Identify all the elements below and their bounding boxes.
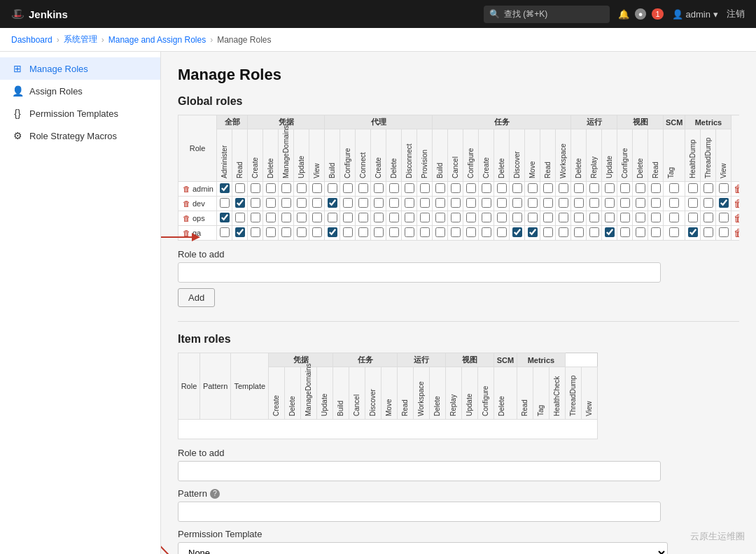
cb-dev-agent-build[interactable] (328, 198, 337, 208)
cb-ops-scm-tag[interactable] (669, 213, 679, 222)
cb-ops-view-read[interactable] (651, 213, 661, 222)
cb-dev-view-read[interactable] (651, 198, 661, 208)
delete-qa-btn[interactable]: 🗑 (734, 227, 739, 239)
cb-ops-agent-delete[interactable] (389, 213, 399, 222)
cb-qa-cred-update[interactable] (297, 227, 307, 237)
cb-admin-agent-connect[interactable] (358, 183, 368, 193)
cb-ops-job-build[interactable] (435, 213, 445, 222)
cb-dev-agent-connect[interactable] (358, 198, 368, 208)
cb-admin-administer[interactable] (220, 183, 230, 193)
cb-dev-cred-manage[interactable] (281, 198, 291, 208)
cb-ops-agent-create[interactable] (374, 213, 384, 222)
cb-ops-cred-create[interactable] (251, 213, 260, 222)
cb-qa-metrics-view[interactable] (719, 227, 729, 237)
cb-dev-run-update[interactable] (605, 198, 615, 208)
cb-dev-metrics-view[interactable] (719, 198, 729, 208)
cb-admin-metrics-thread[interactable] (704, 183, 713, 193)
cb-admin-job-delete[interactable] (497, 183, 507, 193)
cb-qa-run-update[interactable] (605, 227, 615, 237)
cb-qa-cred-manage[interactable] (281, 227, 291, 237)
cb-admin-cred-manage[interactable] (281, 183, 291, 193)
cb-dev-scm-tag[interactable] (669, 198, 679, 208)
bell-icon[interactable]: 🔔 (618, 9, 629, 20)
cb-ops-cred-update[interactable] (297, 213, 307, 222)
cb-ops-cred-manage[interactable] (281, 213, 291, 222)
sidebar-item-assign-roles[interactable]: 👤 Assign Roles (0, 80, 160, 102)
logout-button[interactable]: 注销 (727, 8, 745, 20)
cb-dev-agent-provision[interactable] (420, 198, 430, 208)
cb-dev-agent-configure[interactable] (343, 198, 353, 208)
cb-ops-agent-provision[interactable] (420, 213, 430, 222)
cb-admin-cred-update[interactable] (297, 183, 307, 193)
sidebar-item-permission-templates[interactable]: {} Permission Templates (0, 102, 160, 125)
breadcrumb-manage-assign[interactable]: Manage and Assign Roles (108, 35, 206, 45)
cb-dev-cred-delete[interactable] (266, 198, 276, 208)
cb-admin-agent-create[interactable] (374, 183, 384, 193)
cb-qa-agent-disconnect[interactable] (405, 227, 414, 237)
cb-ops-view-configure[interactable] (620, 213, 630, 222)
breadcrumb-dashboard[interactable]: Dashboard (11, 35, 52, 45)
cb-admin-metrics-health[interactable] (688, 183, 698, 193)
cb-admin-agent-provision[interactable] (420, 183, 430, 193)
cb-qa-agent-connect[interactable] (358, 227, 368, 237)
cb-dev-job-read[interactable] (543, 198, 553, 208)
cb-admin-metrics-view[interactable] (719, 183, 729, 193)
cb-admin-job-build[interactable] (435, 183, 445, 193)
permission-template-select[interactable]: None (178, 542, 668, 554)
cb-qa-agent-create[interactable] (374, 227, 384, 237)
cb-admin-job-read[interactable] (543, 183, 553, 193)
cb-dev-cred-view[interactable] (312, 198, 322, 208)
cb-ops-view-delete[interactable] (636, 213, 645, 222)
cb-ops-job-workspace[interactable] (559, 213, 568, 222)
cb-dev-view-configure[interactable] (620, 198, 630, 208)
cb-dev-job-cancel[interactable] (451, 198, 461, 208)
cb-dev-job-workspace[interactable] (559, 198, 568, 208)
cb-dev-read[interactable] (235, 198, 245, 208)
cb-admin-cred-create[interactable] (251, 183, 260, 193)
add-global-role-button[interactable]: Add (178, 288, 215, 307)
cb-qa-view-configure[interactable] (620, 227, 630, 237)
cb-dev-agent-create[interactable] (374, 198, 384, 208)
delete-ops-btn[interactable]: 🗑 (734, 213, 739, 224)
cb-qa-job-create[interactable] (482, 227, 491, 237)
cb-dev-view-delete[interactable] (636, 198, 645, 208)
cb-dev-administer[interactable] (220, 198, 230, 208)
cb-qa-administer[interactable] (220, 227, 230, 237)
cb-dev-cred-create[interactable] (251, 198, 260, 208)
cb-ops-administer[interactable] (220, 213, 230, 222)
cb-ops-metrics-view[interactable] (719, 213, 729, 222)
cb-qa-agent-configure[interactable] (343, 227, 353, 237)
cb-qa-job-workspace[interactable] (559, 227, 568, 237)
cb-admin-cred-delete[interactable] (266, 183, 276, 193)
cb-ops-job-discover[interactable] (512, 213, 522, 222)
cb-ops-run-delete[interactable] (574, 213, 584, 222)
cb-dev-agent-delete[interactable] (389, 198, 399, 208)
cb-dev-run-delete[interactable] (574, 198, 584, 208)
cb-dev-agent-disconnect[interactable] (405, 198, 414, 208)
cb-ops-job-cancel[interactable] (451, 213, 461, 222)
search-bar[interactable]: 🔍 查找 (⌘+K) (484, 6, 610, 23)
cb-admin-scm-tag[interactable] (669, 183, 679, 193)
cb-ops-agent-disconnect[interactable] (405, 213, 414, 222)
cb-qa-run-replay[interactable] (589, 227, 599, 237)
item-role-to-add-input[interactable] (178, 461, 661, 481)
cb-ops-job-delete[interactable] (497, 213, 507, 222)
delete-dev-btn[interactable]: 🗑 (734, 198, 739, 209)
cb-ops-metrics-health[interactable] (688, 213, 698, 222)
cb-qa-job-build[interactable] (435, 227, 445, 237)
cb-qa-run-delete[interactable] (574, 227, 584, 237)
cb-admin-run-replay[interactable] (589, 183, 599, 193)
cb-dev-job-create[interactable] (482, 198, 491, 208)
cb-admin-agent-disconnect[interactable] (405, 183, 414, 193)
cb-ops-agent-configure[interactable] (343, 213, 353, 222)
cb-ops-cred-view[interactable] (312, 213, 322, 222)
cb-admin-job-move[interactable] (528, 183, 538, 193)
cb-qa-job-delete[interactable] (497, 227, 507, 237)
cb-qa-job-move[interactable] (528, 227, 538, 237)
cb-admin-run-update[interactable] (605, 183, 615, 193)
cb-dev-job-move[interactable] (528, 198, 538, 208)
pattern-input[interactable] (178, 502, 661, 522)
cb-dev-job-build[interactable] (435, 198, 445, 208)
cb-qa-read[interactable] (235, 227, 245, 237)
user-menu[interactable]: 👤 admin ▾ (672, 9, 718, 20)
